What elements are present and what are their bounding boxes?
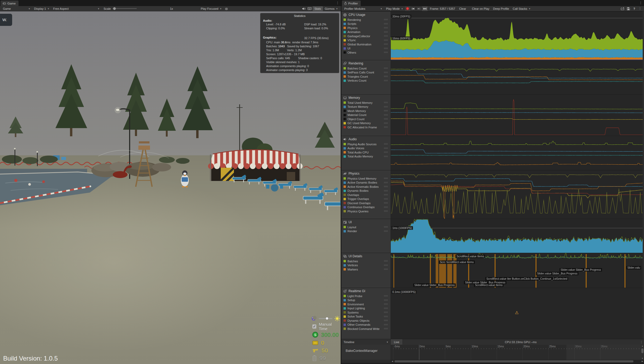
call-stacks-dropdown[interactable]: Call Stacks▼ [511,6,533,11]
legend-item[interactable]: Layout [343,225,391,229]
drag-handle-icon[interactable] [384,127,388,128]
legend-item[interactable]: Environment [343,302,391,306]
legend-item[interactable]: Other Commands [343,323,391,327]
drag-handle-icon[interactable] [384,182,388,183]
save-profile-icon[interactable] [626,6,631,11]
drag-handle-icon[interactable] [384,44,388,45]
record-button[interactable] [405,6,410,11]
deep-profile-toggle[interactable]: Deep Profile [491,6,511,11]
tab-game[interactable]: Game [1,1,18,6]
play-focused-dropdown[interactable]: Play Focused▼ [199,6,224,11]
scale-slider[interactable] [112,8,137,9]
legend-item[interactable]: Render [343,229,391,234]
physics-chart-canvas[interactable] [391,170,643,219]
timeline-vscrollbar[interactable]: ▲ ▼ [641,345,644,360]
drag-handle-icon[interactable] [384,114,388,115]
legend-item[interactable]: Total Used Memory [343,101,391,105]
legend-item[interactable]: Active Kinematic Bodies [343,185,391,189]
legend-item[interactable]: Material Count [343,113,391,117]
drag-handle-icon[interactable] [384,27,388,28]
legend-item[interactable]: Continuous Overlaps [343,205,391,209]
ui-chart[interactable]: 1ms (1000FPS) [391,219,643,253]
checkbox-icon[interactable]: ✓ [312,324,316,329]
game-tab-menu[interactable]: ⋮ [336,1,339,5]
drag-handle-icon[interactable] [384,211,388,212]
drag-handle-icon[interactable] [384,123,388,124]
drag-handle-icon[interactable] [384,40,388,41]
legend-item[interactable]: SetPass Calls Count [343,71,391,75]
legend-item[interactable]: Dynamic Bodies [343,189,391,193]
scroll-up-icon[interactable]: ▲ [641,345,644,347]
drag-handle-icon[interactable] [384,260,388,262]
drag-handle-icon[interactable] [384,304,388,305]
legend-item[interactable]: Playing Audio Sources [343,142,391,146]
legend-item[interactable]: UI [343,46,391,51]
legend-item[interactable]: Others [343,50,391,55]
legend-item[interactable]: Triangles Count [343,74,391,79]
timeline-view-dropdown[interactable]: Timeline ▼ [341,339,391,345]
last-frame-button[interactable] [422,6,428,11]
aspect-dropdown[interactable]: Free Aspect▼ [51,6,101,11]
first-frame-button[interactable] [410,6,416,11]
profiler-scroll-gutter[interactable] [643,11,644,339]
legend-item[interactable]: Global Illumination [343,42,391,46]
drag-handle-icon[interactable] [384,72,388,73]
legend-item[interactable]: Total Audio CPU [343,150,391,155]
hscroll-thumb[interactable] [394,360,633,362]
drag-handle-icon[interactable] [384,194,388,195]
legend-item[interactable]: Texture Memory [343,105,391,109]
time-of-day-slider[interactable] [311,316,340,321]
drag-handle-icon[interactable] [384,31,388,32]
legend-item[interactable]: Systems [343,310,391,315]
drag-handle-icon[interactable] [384,23,388,24]
drag-handle-icon[interactable] [384,324,388,325]
uidetails-chart[interactable]: ScrollRect.value ItemsScrc ScrollRect.va… [391,253,643,288]
load-profile-icon[interactable] [620,6,626,11]
drag-handle-icon[interactable] [384,190,388,191]
audio-chart-canvas[interactable] [391,136,643,170]
drag-handle-icon[interactable] [384,148,388,149]
drag-handle-icon[interactable] [384,226,388,227]
drag-handle-icon[interactable] [384,178,388,179]
drag-handle-icon[interactable] [384,320,388,321]
drag-handle-icon[interactable] [384,328,388,329]
legend-item[interactable]: Batches [343,259,391,263]
drag-handle-icon[interactable] [384,106,388,107]
ui-chart-canvas[interactable] [391,219,643,253]
drag-handle-icon[interactable] [384,52,388,53]
scroll-down-icon[interactable]: ▼ [641,357,644,360]
drag-handle-icon[interactable] [384,102,388,103]
legend-item[interactable]: Vertices [343,263,391,268]
gizmos-dropdown[interactable]: Gizmos▼ [323,6,340,11]
drag-handle-icon[interactable] [384,76,388,77]
legend-item[interactable]: Vertices Count [343,79,391,83]
legend-item[interactable]: Object Count [343,117,391,121]
legend-item[interactable]: GarbageCollector [343,34,391,38]
legend-item[interactable]: Light Probe [343,294,391,298]
drag-handle-icon[interactable] [384,312,388,313]
drag-handle-icon[interactable] [384,308,388,309]
profiler-tab-menu[interactable]: ⋮ [639,1,642,5]
timeline-ruler[interactable]: ▲ ▼ -5ms0ms5ms10ms15ms20ms25ms30ms35ms [391,345,644,360]
help-icon[interactable]: ? [631,6,637,11]
uidetails-chart-canvas[interactable] [391,253,643,288]
drag-handle-icon[interactable] [384,202,388,203]
gi-chart[interactable]: 0.1ms (10000FPS)⚠ [391,288,643,339]
display-dropdown[interactable]: Display 1▼ [32,6,51,11]
drag-handle-icon[interactable] [384,265,388,266]
next-frame-button[interactable] [416,6,422,11]
legend-item[interactable]: Mesh Memory [343,109,391,113]
drag-handle-icon[interactable] [384,316,388,317]
legend-item[interactable]: Trigger Overlaps [343,197,391,201]
drag-handle-icon[interactable] [384,300,388,301]
drag-handle-icon[interactable] [384,295,388,296]
profiler-modules-dropdown[interactable]: Profiler Modules▼ [342,6,384,11]
mute-audio-icon[interactable] [301,6,307,11]
legend-item[interactable]: GC Allocated In Frame [343,125,391,129]
legend-item[interactable]: Blocked Command Write [343,327,391,331]
legend-item[interactable]: Discreet Overlaps [343,201,391,205]
keyboard-icon[interactable] [307,6,313,11]
play-mode-dropdown[interactable]: Play Mode▼ [384,6,405,11]
drag-handle-icon[interactable] [384,68,388,69]
drag-handle-icon[interactable] [384,118,388,119]
